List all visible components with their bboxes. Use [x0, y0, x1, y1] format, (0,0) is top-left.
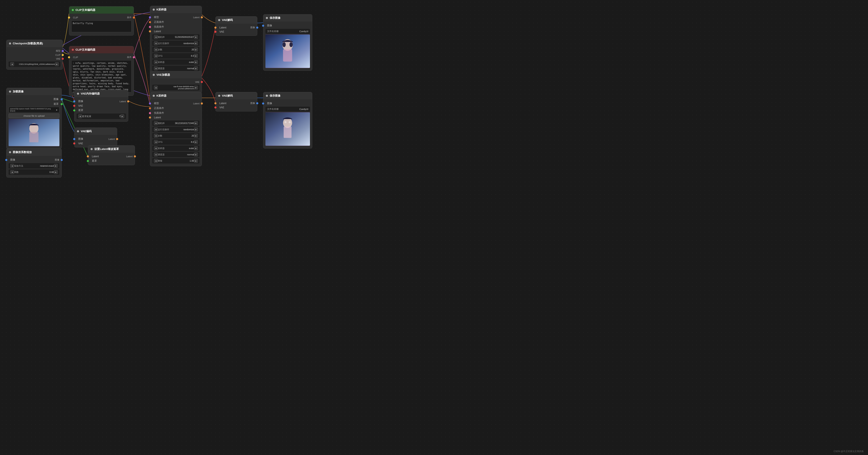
- vaeloader-prev[interactable]: ◄: [154, 86, 158, 90]
- ks2-model-port[interactable]: [149, 102, 151, 104]
- imgscale-method-field[interactable]: ◄ 缩放方法 nearest-exact ►: [8, 163, 59, 168]
- ks1-pos-port[interactable]: [149, 21, 151, 23]
- vaedec1-image-port[interactable]: [256, 27, 258, 29]
- ks1-sampler-field[interactable]: ◄ 采样器 euler ►: [152, 59, 199, 65]
- ks2-action-prev[interactable]: ◄: [154, 128, 158, 131]
- ks2-latent-out-port[interactable]: [201, 102, 203, 104]
- ks1-sampler-next[interactable]: ►: [194, 60, 198, 64]
- ks2-steps-prev[interactable]: ◄: [154, 134, 158, 138]
- loadimg-filepath-btn[interactable]: ►: [56, 109, 58, 111]
- setnoise-latent-in-port[interactable]: [87, 155, 89, 158]
- loadimg-image-port[interactable]: [61, 98, 63, 100]
- ks1-steps-next[interactable]: ►: [194, 48, 198, 52]
- setnoise-mask-port[interactable]: [87, 160, 89, 162]
- imgscale-method-prev[interactable]: ◄: [10, 164, 14, 168]
- ks1-action-next[interactable]: ►: [194, 41, 198, 45]
- clip2-text-input[interactable]: : nsfw, paintings, cartoon, anime, sketc…: [71, 60, 131, 92]
- ks1-seed-next[interactable]: ►: [194, 35, 198, 39]
- setnoise-latent-out-port[interactable]: [134, 155, 136, 158]
- ks2-pos-port[interactable]: [149, 107, 151, 109]
- ks2-latent-port[interactable]: [149, 117, 151, 119]
- imgscale-factor-prev[interactable]: ◄: [10, 170, 14, 174]
- ks1-scheduler-next[interactable]: ►: [194, 66, 198, 70]
- ks1-action-field[interactable]: ◄ 运行后操作 randomize ►: [152, 40, 199, 46]
- vaedec2-vae-port[interactable]: [214, 106, 216, 108]
- vaedec2-latent-port[interactable]: [214, 102, 216, 104]
- vaeinpaint-latent-port[interactable]: [127, 100, 129, 102]
- ks1-seed-prev[interactable]: ◄: [154, 35, 158, 39]
- ks1-latent-port[interactable]: [149, 30, 151, 32]
- ks2-denoise-field[interactable]: ◄ 降噪 1.00 ►: [152, 158, 199, 164]
- ks1-cfg-field[interactable]: ◄ CFG 8.0 ►: [152, 53, 199, 59]
- saveimg1-image-port[interactable]: [262, 25, 264, 27]
- vaeloader-next[interactable]: ►: [194, 86, 198, 90]
- model-output-port[interactable]: [62, 50, 64, 52]
- saveimg1-prefix-field[interactable]: 文件名前缀 ComfyUI: [266, 29, 310, 34]
- ks2-denoise-next[interactable]: ►: [194, 159, 198, 163]
- ks1-neg-port[interactable]: [149, 26, 151, 28]
- ks1-sampler-prev[interactable]: ◄: [154, 60, 158, 64]
- next-btn[interactable]: ►: [55, 62, 59, 66]
- saveimg2-prefix-field[interactable]: 文件名前缀 ComfyUI: [266, 107, 310, 111]
- ks2-neg-port[interactable]: [149, 112, 151, 114]
- ks1-action-prev[interactable]: ◄: [154, 41, 158, 45]
- imgscale-factor-next[interactable]: ►: [54, 170, 58, 174]
- ks2-seed-field[interactable]: ◄ 随机种 361218163171940 ►: [152, 121, 199, 126]
- vaeenc-image-port[interactable]: [73, 138, 75, 140]
- vaedec2-image-port[interactable]: [256, 102, 258, 104]
- ks2-cfg-next[interactable]: ►: [194, 140, 198, 144]
- vaedec1-latent-port[interactable]: [214, 27, 216, 29]
- clip1-input-port[interactable]: [68, 17, 70, 19]
- prev-btn[interactable]: ◄: [10, 62, 14, 66]
- ks2-scheduler-next[interactable]: ►: [194, 153, 198, 156]
- vaeloader-model-field[interactable]: ◄ vae-ft-mse-840000-ema-pruned.safetenso…: [152, 85, 199, 91]
- choose-file-button[interactable]: choose file to upload: [8, 113, 59, 118]
- clip1-text-input[interactable]: Butterfly flying: [71, 21, 131, 32]
- ks1-cfg-prev[interactable]: ◄: [154, 54, 158, 58]
- vaeinpaint-vae-port[interactable]: [73, 105, 75, 107]
- ks1-latent-out-port[interactable]: [201, 16, 203, 19]
- vaeenc-vae-port[interactable]: [73, 142, 75, 144]
- imgscale-image-in-port[interactable]: [5, 159, 7, 161]
- ks2-scheduler-prev[interactable]: ◄: [154, 153, 158, 156]
- loadimg-mask-port[interactable]: [61, 103, 63, 105]
- ks2-seed-next[interactable]: ►: [194, 121, 198, 125]
- ks2-sampler-field[interactable]: ◄ 采样器 euler ►: [152, 145, 199, 151]
- ks1-seed-field[interactable]: ◄ 随机种 512933509325327 ►: [152, 34, 199, 40]
- ks1-cfg-next[interactable]: ►: [194, 54, 198, 58]
- clip1-output-port[interactable]: [133, 17, 135, 19]
- ks2-denoise-prev[interactable]: ◄: [154, 159, 158, 163]
- ks2-cfg-prev[interactable]: ◄: [154, 140, 158, 144]
- ks1-scheduler-field[interactable]: ◄ 调度器 normal ►: [152, 66, 199, 71]
- imgscale-method-next[interactable]: ►: [54, 164, 58, 168]
- ks1-scheduler-prev[interactable]: ◄: [154, 66, 158, 70]
- ks2-action-field[interactable]: ◄ 运行后操作 randomize ►: [152, 127, 199, 132]
- saveimg2-image-port[interactable]: [262, 102, 264, 104]
- checkpoint-model-field[interactable]: ◄ CSD1.5/AnythingV5Ink_v32Ink.safetensor…: [8, 62, 60, 67]
- imgscale-factor-field[interactable]: ◄ 系数 0.60 ►: [8, 169, 59, 175]
- vaeinpaint-mask-port[interactable]: [73, 109, 75, 111]
- ks2-sampler-next[interactable]: ►: [194, 147, 198, 150]
- ks2-sampler-prev[interactable]: ◄: [154, 147, 158, 150]
- vaedec1-vae-port[interactable]: [214, 31, 216, 33]
- ks2-scheduler-field[interactable]: ◄ 调度器 normal ►: [152, 152, 199, 157]
- clip2-output-port[interactable]: [133, 56, 135, 58]
- ks2-action-next[interactable]: ►: [194, 128, 198, 131]
- vaeinpaint-mask-expand[interactable]: ◄ 遮罩延展 7 ►: [76, 113, 126, 119]
- vae-output-port[interactable]: [62, 58, 64, 60]
- vaeenc-latent-port[interactable]: [116, 138, 118, 140]
- vaeinpaint-expand-next[interactable]: ►: [121, 115, 124, 118]
- vaeloader-vae-port[interactable]: [201, 81, 203, 83]
- ks1-steps-prev[interactable]: ◄: [154, 48, 158, 52]
- ks1-steps-field[interactable]: ◄ 步数 20 ►: [152, 47, 199, 52]
- vaeinpaint-expand-prev[interactable]: ◄: [78, 115, 82, 118]
- vaeinpaint-image-port[interactable]: [73, 100, 75, 102]
- ks1-model-port[interactable]: [149, 16, 151, 19]
- ks2-cfg-field[interactable]: ◄ CFG 8.0 ►: [152, 139, 199, 145]
- ks2-seed-prev[interactable]: ◄: [154, 121, 158, 125]
- clip-output-port[interactable]: [62, 54, 64, 56]
- ks2-steps-next[interactable]: ►: [194, 134, 198, 138]
- clip2-input-port[interactable]: [68, 56, 70, 58]
- imgscale-image-out-port[interactable]: [61, 159, 63, 161]
- ks2-steps-field[interactable]: ◄ 步数 20 ►: [152, 133, 199, 138]
